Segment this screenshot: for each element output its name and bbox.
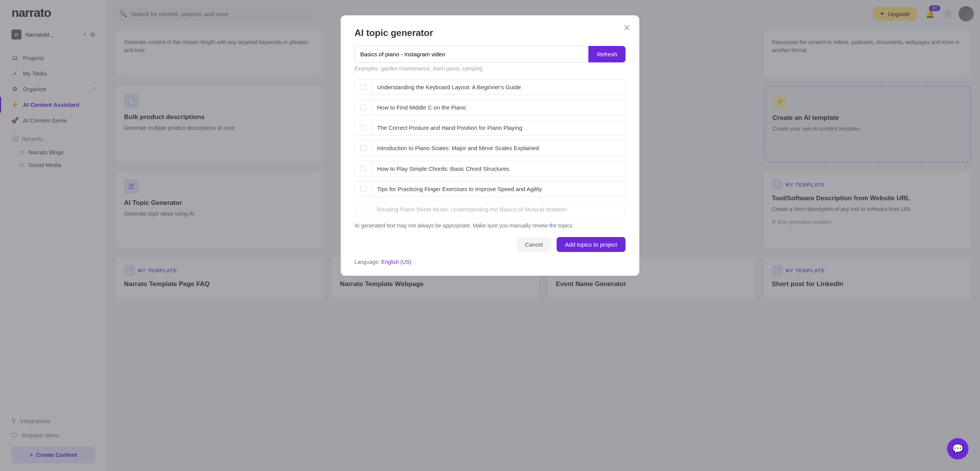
topic-prompt-input[interactable]: [354, 46, 588, 62]
examples-hint: Examples: garden maintenance, learn pian…: [354, 65, 626, 72]
topic-text: Tips for Practicing Finger Exercises to …: [372, 186, 547, 192]
topic-row[interactable]: How to Play Simple Chords: Basic Chord S…: [354, 161, 626, 177]
topic-checkbox[interactable]: [355, 141, 372, 155]
ai-topic-generator-modal: ✕ AI topic generator Refresh Examples: g…: [341, 15, 639, 276]
topic-checkbox[interactable]: [355, 202, 372, 217]
language-label: Language:: [354, 259, 381, 265]
topic-row[interactable]: Reading Piano Sheet Music: Understanding…: [354, 201, 626, 217]
chat-icon: 💬: [952, 443, 964, 454]
close-icon[interactable]: ✕: [623, 23, 630, 33]
refresh-button[interactable]: Refresh: [588, 46, 626, 62]
topic-text: Reading Piano Sheet Music: Understanding…: [372, 206, 572, 213]
topic-text: How to Play Simple Chords: Basic Chord S…: [372, 165, 514, 172]
topic-row[interactable]: Introduction to Piano Scales: Major and …: [354, 140, 626, 156]
modal-footer: Cancel Add topics to project: [354, 237, 626, 252]
topic-checkbox[interactable]: [355, 182, 372, 196]
topic-row[interactable]: The Correct Posture and Hand Position fo…: [354, 120, 626, 136]
topic-row[interactable]: Tips for Practicing Finger Exercises to …: [354, 181, 626, 197]
cancel-button[interactable]: Cancel: [516, 237, 551, 252]
topic-text: Understanding the Keyboard Layout: A Beg…: [372, 84, 526, 90]
add-topics-button[interactable]: Add topics to project: [557, 237, 626, 252]
chat-fab[interactable]: 💬: [947, 438, 969, 460]
ai-disclaimer: AI generated text may not always be appr…: [354, 222, 626, 229]
topic-checkbox[interactable]: [355, 161, 372, 176]
modal-overlay: ✕ AI topic generator Refresh Examples: g…: [0, 0, 980, 471]
language-link[interactable]: English (US): [381, 259, 412, 265]
topic-checkbox[interactable]: [355, 80, 372, 95]
topic-checkbox[interactable]: [355, 120, 372, 135]
prompt-row: Refresh: [354, 46, 626, 62]
topic-list: Understanding the Keyboard Layout: A Beg…: [354, 79, 626, 217]
language-row: Language: English (US): [354, 259, 626, 265]
topic-checkbox[interactable]: [355, 100, 372, 115]
topic-text: How to Find Middle C on the Piano: [372, 104, 471, 111]
modal-title: AI topic generator: [354, 28, 626, 38]
topic-row[interactable]: How to Find Middle C on the Piano: [354, 100, 626, 115]
topic-row[interactable]: Understanding the Keyboard Layout: A Beg…: [354, 79, 626, 95]
topic-text: Introduction to Piano Scales: Major and …: [372, 145, 544, 151]
topic-text: The Correct Posture and Hand Position fo…: [372, 124, 528, 131]
